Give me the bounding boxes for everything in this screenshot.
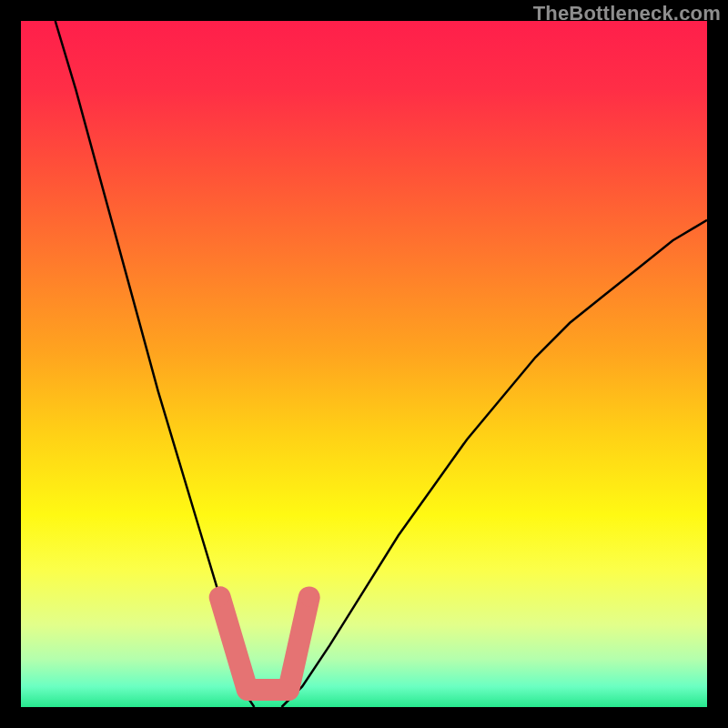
bottleneck-chart <box>21 21 707 707</box>
frame: TheBottleneck.com <box>0 0 728 728</box>
u-dot-left <box>211 588 229 606</box>
chart-area <box>21 21 707 707</box>
u-dot-right <box>300 588 318 606</box>
gradient-background <box>21 21 707 707</box>
